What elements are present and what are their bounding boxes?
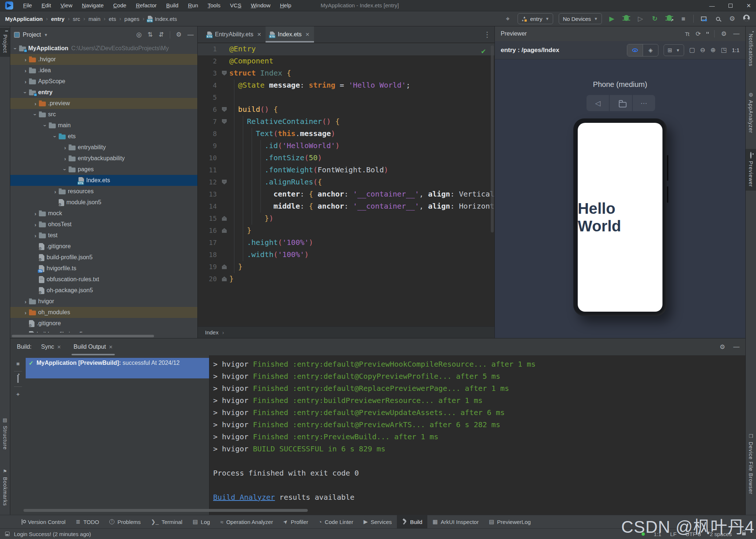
menu-edit[interactable]: Edit	[37, 0, 56, 11]
menu-navigate[interactable]: Navigate	[77, 0, 108, 11]
project-tree-hscrollbar[interactable]	[12, 335, 154, 337]
toolwindow-build[interactable]: Build	[397, 515, 427, 528]
toolwindow-linter[interactable]: ◔Code Linter	[313, 515, 358, 528]
profiler-run-icon[interactable]: ▷	[636, 15, 645, 23]
gutter-fold[interactable]: –	[220, 103, 229, 115]
debug-icon[interactable]	[622, 15, 631, 23]
editor-tab-index.ets[interactable]: ETSIndex.ets✕	[266, 26, 314, 43]
toolwindow-services[interactable]: ▶Services	[358, 515, 397, 528]
tool-tab-structure[interactable]: ▤ Structure	[0, 414, 10, 454]
tab-close-icon[interactable]: ✕	[305, 32, 310, 37]
gutter-fold[interactable]: –	[220, 115, 229, 128]
tree-row-resources[interactable]: ›resources	[10, 186, 197, 197]
previewer-settings-gear-icon[interactable]: ⚙	[721, 30, 727, 38]
collapse-all-icon[interactable]: ⇵	[159, 31, 164, 38]
tree-row-hvigor[interactable]: ›hvigor	[10, 296, 197, 307]
chevron-collapsed-icon[interactable]: ›	[32, 232, 39, 239]
panel-settings-gear-icon[interactable]: ⚙	[176, 31, 182, 38]
project-view-selector[interactable]: Project	[23, 32, 41, 38]
fold-start-icon[interactable]: –	[222, 119, 227, 124]
attach-debugger-icon[interactable]: ↗	[665, 15, 673, 23]
build-console[interactable]: > hvigor Finished :entry:default@Preview…	[209, 355, 745, 515]
menu-build[interactable]: Build	[161, 0, 183, 11]
panel-toggle-icon[interactable]	[5, 532, 10, 536]
build-analyzer-link[interactable]: Build Analyzer	[213, 493, 275, 502]
chevron-collapsed-icon[interactable]: ›	[32, 210, 39, 217]
inspection-ok-icon[interactable]: ✔	[481, 47, 486, 55]
tree-row-test[interactable]: ›test	[10, 230, 197, 241]
fit-screen-icon[interactable]: ◳	[721, 46, 727, 54]
close-icon[interactable]: ×	[744, 1, 753, 10]
tree-row--gitignore[interactable]: ⊘.gitignore	[10, 318, 197, 329]
project-structure-icon[interactable]	[699, 15, 708, 23]
tree-row-main[interactable]: ›main	[10, 120, 197, 131]
fold-end-icon[interactable]: –	[222, 276, 227, 281]
chevron-collapsed-icon[interactable]: ›	[62, 155, 69, 162]
menu-view[interactable]: View	[56, 0, 77, 11]
toolwindow-log[interactable]: ▤Log	[187, 515, 215, 528]
toolwindow-todo[interactable]: ≣TODO	[71, 515, 105, 528]
chevron-collapsed-icon[interactable]: ›	[32, 100, 39, 107]
tree-row--idea[interactable]: ›.idea	[10, 65, 197, 76]
run-icon[interactable]: ▶	[607, 15, 616, 23]
expand-all-icon[interactable]: ⇅	[147, 31, 153, 38]
hide-build-panel-icon[interactable]: —	[733, 343, 739, 351]
chevron-expanded-icon[interactable]: ›	[22, 89, 29, 96]
module-selector[interactable]: ▲ entry▼	[518, 13, 553, 24]
menu-help[interactable]: Help	[275, 0, 296, 11]
tree-row-pages[interactable]: ›pages	[10, 164, 197, 175]
menu-file[interactable]: File	[18, 0, 37, 11]
breadcrumb-item[interactable]: ets	[109, 16, 116, 22]
console-hscrollbar[interactable]	[23, 509, 308, 512]
stop-icon[interactable]: ■	[679, 15, 688, 23]
maximize-icon[interactable]	[726, 3, 735, 9]
build-tab-sync[interactable]: Sync✕	[41, 338, 61, 355]
gutter-fold[interactable]: –	[220, 273, 229, 285]
editor-vscrollbar[interactable]	[491, 45, 494, 232]
fold-end-icon[interactable]: –	[222, 264, 227, 269]
breadcrumb-item[interactable]: MyApplication	[5, 16, 43, 22]
chevron-collapsed-icon[interactable]: ›	[32, 221, 39, 228]
tree-row--hvigor[interactable]: ›.hvigor	[10, 54, 197, 65]
tree-row-module-json5[interactable]: ⚙module.json5	[10, 197, 197, 208]
tab-options-icon[interactable]: ⋮	[483, 30, 491, 39]
breadcrumb-item[interactable]: main	[88, 16, 101, 22]
chevron-expanded-icon[interactable]: ›	[32, 111, 39, 118]
layers-toggle[interactable]: ◈	[643, 44, 658, 56]
tab-close-icon[interactable]: ✕	[109, 344, 113, 350]
hide-panel-icon[interactable]: —	[187, 31, 194, 38]
tool-tab-appanalyzer[interactable]: ◍ AppAnalyzer	[746, 88, 756, 137]
tab-close-icon[interactable]: ✕	[257, 32, 262, 37]
minimize-icon[interactable]: —	[708, 3, 716, 9]
pin-icon[interactable]: ✦	[16, 391, 21, 398]
tree-row--preview[interactable]: ›.preview	[10, 98, 197, 109]
chevron-collapsed-icon[interactable]: ›	[22, 67, 29, 74]
stop-build-icon[interactable]: ■	[16, 360, 19, 367]
refresh-icon[interactable]: ⟳	[696, 30, 701, 38]
fold-start-icon[interactable]: –	[222, 180, 227, 184]
preview-eye-toggle[interactable]	[627, 44, 643, 56]
settings-gear-icon[interactable]: ⚙	[728, 15, 737, 23]
tool-tab-device-file-browser[interactable]: ❒ Device File Browser	[746, 430, 756, 498]
tree-row-obfuscation-rules-txt[interactable]: obfuscation-rules.txt	[10, 274, 197, 285]
breadcrumb-item[interactable]: Index	[205, 329, 219, 336]
build-tab-build-output[interactable]: Build Output✕	[74, 338, 113, 355]
more-options-icon[interactable]: ⋯	[633, 95, 655, 111]
tree-row-ohostest[interactable]: ›ohosTest	[10, 219, 197, 230]
tree-row-entryability[interactable]: ›entryability	[10, 142, 197, 153]
profile-avatar-icon[interactable]	[742, 15, 751, 23]
build-status-item[interactable]: ✓ MyApplication [PreviewBuild]: successf…	[26, 358, 219, 378]
chevron-down-icon[interactable]: ▼	[44, 33, 48, 37]
chevron-collapsed-icon[interactable]: ›	[62, 144, 69, 151]
gutter-fold[interactable]: –	[220, 176, 229, 188]
tree-row-oh-modules[interactable]: ›oh_modules	[10, 307, 197, 318]
tree-row-src[interactable]: ›src	[10, 109, 197, 120]
menu-code[interactable]: Code	[109, 0, 131, 11]
toolwindow-terminal[interactable]: ❯_Terminal	[146, 515, 188, 528]
device-selector[interactable]: No Devices▼	[559, 13, 602, 24]
tree-row-appscope[interactable]: ›AppScope	[10, 76, 197, 87]
tree-row-myapplication[interactable]: ›MyApplicationC:\Users\Z\DevEcoStudioPro…	[10, 43, 197, 54]
chevron-expanded-icon[interactable]: ›	[62, 166, 69, 173]
zoom-out-icon[interactable]: ⊖	[700, 46, 705, 54]
tree-row--gitignore[interactable]: ⊘.gitignore	[10, 241, 197, 252]
